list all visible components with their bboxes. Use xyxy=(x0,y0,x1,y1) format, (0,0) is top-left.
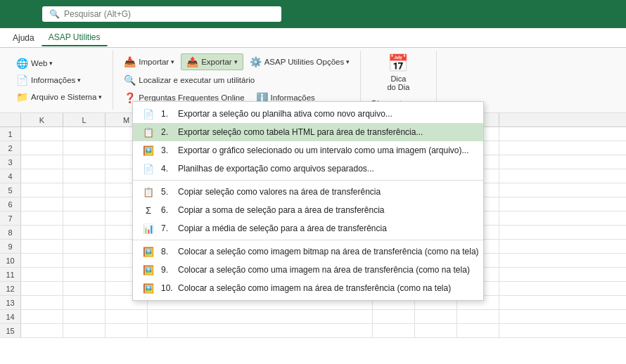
search-box[interactable]: 🔍 xyxy=(42,6,281,22)
cell-m[interactable] xyxy=(106,310,148,323)
importar-btn[interactable]: 📥 Importar ▾ xyxy=(119,53,179,70)
cell-l[interactable] xyxy=(63,254,106,267)
cell-k[interactable] xyxy=(21,310,63,323)
divider-2 xyxy=(133,240,483,240)
arquivo-btn[interactable]: 📁 Arquivo e Sistema ▾ xyxy=(11,89,107,105)
item5-num: 5. xyxy=(161,187,175,197)
cell-v[interactable] xyxy=(373,324,415,337)
cell-l[interactable] xyxy=(63,155,106,169)
cell-gap xyxy=(148,310,373,323)
dropdown-item-1[interactable]: 📄 1. Exportar a seleção ou planilha ativ… xyxy=(133,105,483,123)
cell-w[interactable] xyxy=(415,324,457,337)
cell-k[interactable] xyxy=(21,197,63,211)
arquivo-label: Arquivo e Sistema xyxy=(31,93,96,101)
divider-1 xyxy=(133,180,483,181)
item7-num: 7. xyxy=(161,223,175,233)
cell-k[interactable] xyxy=(21,169,63,183)
exportar-chevron: ▾ xyxy=(234,58,238,65)
dropdown-item-7[interactable]: 📊 7. Copiar a média de seleção para a ár… xyxy=(133,219,483,238)
localizar-btn[interactable]: 🔍 Localizar e executar um utilitário xyxy=(119,72,260,88)
importar-icon: 📥 xyxy=(124,56,136,67)
row-num: 4 xyxy=(0,169,21,183)
cell-m[interactable] xyxy=(106,324,148,337)
dropdown-item-4[interactable]: 📄 4. Planilhas de exportação como arquiv… xyxy=(133,160,483,178)
info-btn[interactable]: 📄 Informações ▾ xyxy=(11,72,86,88)
info-chevron: ▾ xyxy=(77,77,81,84)
row-num: 10 xyxy=(0,254,21,267)
cell-w[interactable] xyxy=(415,310,457,323)
item6-num: 6. xyxy=(161,205,175,215)
info-icon: 📄 xyxy=(16,74,28,86)
cell-k[interactable] xyxy=(21,141,63,155)
web-label: Web xyxy=(31,59,47,67)
cell-l[interactable] xyxy=(63,212,106,225)
dropdown-item-9[interactable]: 🖼️ 9. Colocar a seleção como uma imagem … xyxy=(133,261,483,279)
row-num: 5 xyxy=(0,183,21,197)
arquivo-icon: 📁 xyxy=(16,91,28,103)
item1-num: 1. xyxy=(161,109,175,119)
cell-l[interactable] xyxy=(63,183,106,197)
cell-k[interactable] xyxy=(21,282,63,295)
item9-text: Colocar a seleção como uma imagem na áre… xyxy=(178,265,470,275)
item3-num: 3. xyxy=(161,145,175,155)
cell-k[interactable] xyxy=(21,268,63,281)
web-btn[interactable]: 🌐 Web ▾ xyxy=(11,56,58,71)
search-icon: 🔍 xyxy=(49,9,60,19)
cell-k[interactable] xyxy=(21,254,63,267)
cell-l[interactable] xyxy=(63,282,106,295)
cell-k[interactable] xyxy=(21,324,63,337)
row-num: 2 xyxy=(0,141,21,155)
cell-l[interactable] xyxy=(63,127,106,141)
item2-icon: 📋 xyxy=(141,126,155,138)
cell-k[interactable] xyxy=(21,212,63,225)
cell-x[interactable] xyxy=(457,324,499,337)
cell-k[interactable] xyxy=(21,296,63,309)
info-label: Informações xyxy=(31,76,75,84)
dropdown-item-6[interactable]: Σ 6. Copiar a soma de seleção para a áre… xyxy=(133,201,483,219)
menu-asap[interactable]: ASAP Utilities xyxy=(41,30,108,46)
cell-k[interactable] xyxy=(21,155,63,169)
cell-k[interactable] xyxy=(21,183,63,197)
cell-l[interactable] xyxy=(63,226,106,239)
cell-l[interactable] xyxy=(63,169,106,183)
cell-l[interactable] xyxy=(63,268,106,281)
col-header-k[interactable]: K xyxy=(21,113,63,126)
ribbon-group-1: 🌐 Web ▾ 📄 Informações ▾ 📁 Arquivo e Sist… xyxy=(6,51,113,110)
exportar-label: Exportar xyxy=(201,58,231,66)
asap-opcoes-chevron: ▾ xyxy=(346,58,350,65)
dropdown-item-5[interactable]: 📋 5. Copiar seleção como valores na área… xyxy=(133,183,483,201)
item8-text: Colocar a seleção como imagem bitmap na … xyxy=(178,247,479,256)
dropdown-item-2[interactable]: 📋 2. Exportar seleção como tabela HTML p… xyxy=(133,123,483,141)
search-input[interactable] xyxy=(64,9,274,19)
item8-icon: 🖼️ xyxy=(141,246,155,257)
exportar-icon: 📤 xyxy=(186,56,198,67)
item3-text: Exportar o gráfico selecionado ou um int… xyxy=(178,145,469,155)
dropdown-item-8[interactable]: 🖼️ 8. Colocar a seleção como imagem bitm… xyxy=(133,242,483,261)
ribbon: 🌐 Web ▾ 📄 Informações ▾ 📁 Arquivo e Sist… xyxy=(0,48,626,113)
cell-l[interactable] xyxy=(63,324,106,337)
item4-num: 4. xyxy=(161,164,175,174)
dica-btn[interactable]: 📅 Dica do Dia xyxy=(381,51,417,94)
row-num: 11 xyxy=(0,268,21,281)
asap-opcoes-btn[interactable]: ⚙️ ASAP Utilities Opções ▾ xyxy=(245,53,355,70)
cell-x[interactable] xyxy=(457,310,499,323)
cell-k[interactable] xyxy=(21,127,63,141)
cell-l[interactable] xyxy=(63,197,106,211)
dropdown-item-10[interactable]: 🖼️ 10. Colocar a seleção como imagem na … xyxy=(133,279,483,297)
cell-l[interactable] xyxy=(63,296,106,309)
cell-l[interactable] xyxy=(63,240,106,253)
exportar-btn[interactable]: 📤 Exportar ▾ xyxy=(181,53,243,70)
cell-l[interactable] xyxy=(63,141,106,155)
menu-ajuda[interactable]: Ajuda xyxy=(6,30,41,46)
dropdown-item-3[interactable]: 🖼️ 3. Exportar o gráfico selecionado ou … xyxy=(133,141,483,160)
cell-k[interactable] xyxy=(21,240,63,253)
item9-num: 9. xyxy=(161,265,175,275)
table-row[interactable]: 14 xyxy=(0,310,626,324)
cell-k[interactable] xyxy=(21,226,63,239)
cell-l[interactable] xyxy=(63,310,106,323)
col-header-l[interactable]: L xyxy=(63,113,106,126)
table-row[interactable]: 15 xyxy=(0,324,626,338)
item2-num: 2. xyxy=(161,127,175,137)
cell-v[interactable] xyxy=(373,310,415,323)
cell-gap xyxy=(148,324,373,337)
